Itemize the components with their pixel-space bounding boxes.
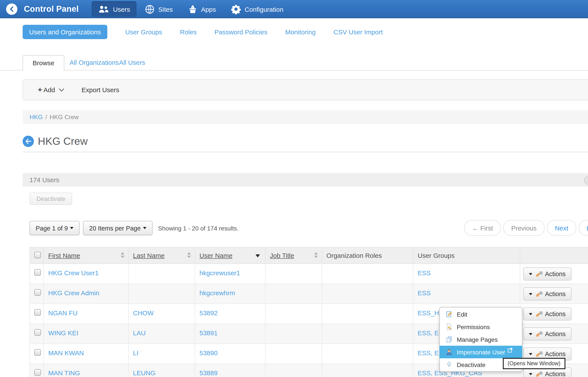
menu-item-label: Manage Pages bbox=[457, 336, 498, 343]
user-count: 174 Users bbox=[30, 176, 59, 184]
back-button[interactable] bbox=[23, 136, 34, 147]
back-to-site-button[interactable] bbox=[6, 3, 17, 15]
sort-descending-icon[interactable] bbox=[256, 254, 260, 258]
first-name-link[interactable]: NGAN FU bbox=[48, 309, 78, 317]
menu-item-label: Impersonate User bbox=[457, 349, 505, 355]
tab-all-users[interactable]: All Users bbox=[119, 55, 145, 70]
items-per-page-label: 20 Items per Page bbox=[89, 224, 141, 232]
menu-item-label: Deactivate bbox=[457, 361, 486, 368]
top-nav-apps[interactable]: Apps bbox=[181, 1, 222, 17]
row-checkbox[interactable] bbox=[34, 269, 41, 276]
sort-first-name[interactable]: First Name bbox=[48, 252, 80, 259]
tab-all-organizations[interactable]: All Organizations bbox=[69, 55, 119, 70]
first-name-link[interactable]: WING KEI bbox=[48, 329, 78, 337]
top-nav-configuration-label: Configuration bbox=[245, 5, 283, 13]
sort-last-name[interactable]: Last Name bbox=[133, 252, 165, 259]
page-selector-button[interactable]: Page 1 of 9 bbox=[30, 221, 79, 235]
wrench-icon bbox=[535, 330, 543, 338]
menu-item-permissions[interactable]: Permissions bbox=[440, 320, 522, 333]
deactivate-button[interactable]: Deactivate bbox=[30, 193, 72, 205]
export-users-button[interactable]: Export Users bbox=[81, 86, 119, 94]
actions-button[interactable]: Actions bbox=[523, 287, 571, 300]
breadcrumb-separator: / bbox=[45, 114, 47, 120]
top-navigation-bar: Control Panel Users Sites bbox=[0, 0, 588, 18]
user-name-link[interactable]: 53891 bbox=[200, 329, 217, 337]
top-nav-sites[interactable]: Sites bbox=[138, 1, 180, 17]
last-name-link[interactable]: LEUNG bbox=[133, 369, 155, 377]
plus-icon: + bbox=[38, 85, 42, 94]
actions-button[interactable]: Actions bbox=[523, 267, 571, 281]
manage-pages-icon bbox=[445, 336, 453, 343]
top-nav-apps-label: Apps bbox=[201, 5, 216, 13]
actions-button-label: Actions bbox=[545, 271, 565, 277]
menu-item-manage-pages[interactable]: Manage Pages bbox=[440, 333, 522, 346]
subnav-user-groups[interactable]: User Groups bbox=[125, 28, 162, 36]
chevron-left-icon bbox=[9, 7, 14, 12]
opens-new-window-icon bbox=[508, 347, 513, 353]
items-per-page-button[interactable]: 20 Items per Page bbox=[83, 221, 152, 235]
breadcrumb-root-link[interactable]: HKG bbox=[30, 114, 43, 120]
info-icon[interactable] bbox=[584, 176, 588, 185]
subnav-password-policies[interactable]: Password Policies bbox=[215, 28, 267, 36]
menu-item-edit[interactable]: Edit bbox=[440, 308, 522, 320]
user-name-link[interactable]: hkgcrewhrm bbox=[200, 289, 235, 296]
first-name-link[interactable]: MAN TING bbox=[48, 369, 80, 377]
subnav-roles[interactable]: Roles bbox=[180, 28, 197, 36]
actions-button[interactable]: Actions bbox=[523, 307, 571, 320]
first-name-link[interactable]: HKG Crew User1 bbox=[48, 269, 99, 277]
chevron-down-icon bbox=[59, 86, 64, 92]
first-name-link[interactable]: MAN KWAN bbox=[48, 349, 84, 357]
user-groups-link[interactable]: ESS_H bbox=[418, 309, 439, 317]
user-groups-link[interactable]: ESS, E bbox=[418, 349, 439, 357]
sort-job-title[interactable]: Job Title bbox=[270, 252, 294, 259]
table-row: HKG Crew User1 hkgcrewuser1 ESS Actions bbox=[30, 264, 588, 284]
wrench-icon bbox=[535, 270, 543, 278]
sort-icon[interactable] bbox=[187, 252, 191, 258]
wrench-icon bbox=[535, 310, 543, 318]
wrench-icon bbox=[535, 350, 543, 358]
user-name-link[interactable]: 53890 bbox=[200, 349, 217, 357]
menu-item-label: Edit bbox=[457, 311, 467, 318]
impersonate-user-icon bbox=[445, 348, 453, 356]
user-name-link[interactable]: hkgcrewuser1 bbox=[200, 269, 240, 277]
last-name-link[interactable]: LI bbox=[133, 349, 138, 357]
wrench-icon bbox=[535, 370, 543, 377]
row-checkbox[interactable] bbox=[34, 329, 41, 336]
actions-button-label: Actions bbox=[545, 310, 565, 318]
subnav-users-and-organizations[interactable]: Users and Organizations bbox=[23, 25, 107, 39]
user-name-link[interactable]: 53889 bbox=[200, 369, 217, 377]
menu-item-impersonate-user[interactable]: Impersonate User bbox=[439, 346, 522, 358]
subnav-monitoring[interactable]: Monitoring bbox=[285, 28, 316, 36]
next-page-button[interactable]: Next bbox=[547, 220, 576, 236]
user-groups-link[interactable]: ESS bbox=[418, 269, 431, 277]
actions-button-label: Actions bbox=[545, 291, 565, 297]
user-groups-link[interactable]: ESS, E bbox=[418, 329, 439, 337]
sort-icon[interactable] bbox=[121, 252, 124, 258]
previous-page-button[interactable]: Previous bbox=[503, 220, 544, 236]
breadcrumb-current: HKG Crew bbox=[50, 114, 79, 120]
user-groups-link[interactable]: ESS bbox=[418, 289, 431, 296]
results-header-bar: 174 Users bbox=[23, 173, 588, 187]
last-name-link[interactable]: CHOW bbox=[133, 309, 154, 317]
row-checkbox[interactable] bbox=[34, 369, 41, 376]
actions-button[interactable]: Actions bbox=[523, 328, 571, 341]
last-page-button[interactable]: Last → bbox=[579, 220, 588, 236]
top-nav-users[interactable]: Users bbox=[92, 1, 136, 17]
first-name-link[interactable]: HKG Crew Admin bbox=[48, 289, 99, 296]
subnav-csv-user-import[interactable]: CSV User Import bbox=[334, 28, 383, 36]
sort-icon[interactable] bbox=[314, 252, 318, 258]
top-nav-configuration[interactable]: Configuration bbox=[224, 1, 290, 17]
select-all-checkbox[interactable] bbox=[34, 252, 41, 258]
sort-user-name[interactable]: User Name bbox=[200, 252, 233, 259]
caret-down-icon bbox=[529, 293, 532, 295]
control-panel-page: Control Panel Users Sites bbox=[0, 0, 588, 377]
row-checkbox[interactable] bbox=[34, 309, 41, 316]
first-page-button[interactable]: ← First bbox=[464, 220, 501, 236]
last-name-link[interactable]: LAU bbox=[133, 329, 146, 337]
user-name-link[interactable]: 53892 bbox=[200, 309, 217, 317]
actions-button-label: Actions bbox=[545, 330, 565, 337]
row-checkbox[interactable] bbox=[34, 289, 41, 296]
tab-browse[interactable]: Browse bbox=[23, 55, 64, 71]
row-checkbox[interactable] bbox=[34, 349, 41, 356]
add-button[interactable]: + Add bbox=[38, 85, 63, 94]
